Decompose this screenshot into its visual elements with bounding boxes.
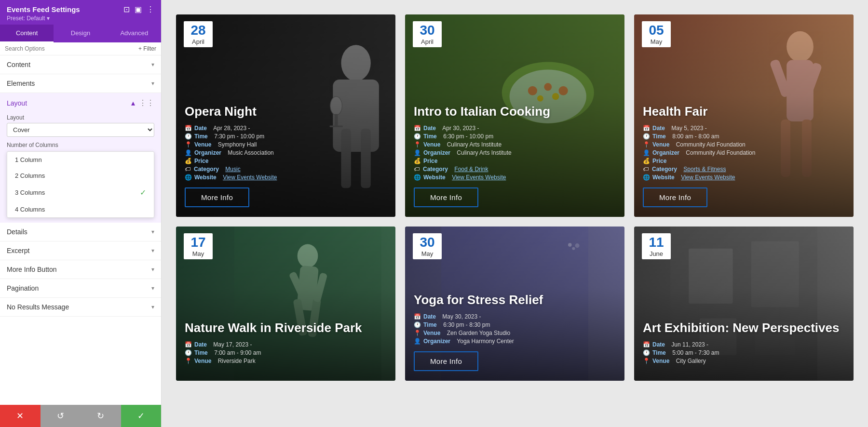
date-icon: 📅 [414,125,421,132]
search-row: + Filter [0,42,161,55]
sidebar-header: Events Feed Settings ⊡ ▣ ⋮ Preset: Defau… [0,0,161,25]
time-icon: 🕐 [643,349,650,356]
venue-icon: 📍 [414,141,421,148]
layout-section-header[interactable]: Layout ▴ ⋮⋮ [0,93,161,110]
opera-date-row: 📅Date Apr 28, 2023 - [185,125,387,132]
section-pagination-label: Pagination [7,284,39,292]
save-button[interactable]: ✓ [121,405,162,427]
health-date-badge: 05 May [642,21,671,47]
columns-dropdown: 1 Column 2 Columns 3 Columns ✓ 4 Columns [7,151,154,218]
event-card-opera-night: 28 April Opera Night 📅Date Apr 28, 2023 … [176,14,395,217]
yoga-title: Yoga for Stress Relief [414,293,616,307]
cooking-more-info-button[interactable]: More Info [414,187,478,207]
sidebar-section-layout: Layout ▴ ⋮⋮ Layout Cover List Grid Numbe… [0,93,161,223]
health-date-day: 05 [647,23,666,38]
tab-design[interactable]: Design [54,25,107,42]
date-icon: 📅 [185,341,192,348]
section-more-info-label: More Info Button [7,266,57,273]
no-results-chevron-icon: ▾ [151,304,154,310]
yoga-more-info-button[interactable]: More Info [414,351,478,371]
opera-price-row: 💰Price [185,158,387,164]
yoga-meta: 📅Date May 30, 2023 - 🕐Time 6:30 pm - 8:3… [414,313,616,345]
event-card-art-exhibition: 11 June Art Exhibition: New Perspectives… [634,227,854,381]
columns-option-1[interactable]: 1 Column [7,152,154,168]
redo-button[interactable]: ↻ [81,405,121,427]
excerpt-chevron-icon: ▾ [151,247,154,254]
date-icon: 📅 [414,313,421,320]
sidebar-section-more-info[interactable]: More Info Button ▾ [0,260,161,279]
date-icon: 📅 [643,125,650,132]
time-icon: 🕐 [185,133,192,140]
opera-more-info-button[interactable]: More Info [185,187,249,207]
sidebar-section-pagination[interactable]: Pagination ▾ [0,279,161,298]
columns-option-2[interactable]: 2 Columns [7,168,154,184]
yoga-date-row: 📅Date May 30, 2023 - [414,313,616,320]
layout-body: Layout Cover List Grid Number of Columns… [0,114,161,223]
sidebar-title: Events Feed Settings [7,5,80,13]
organizer-icon: 👤 [185,149,192,156]
venue-icon: 📍 [185,358,192,364]
layout-drag-icon[interactable]: ⋮⋮ [139,98,154,107]
opera-title: Opera Night [185,104,387,119]
health-price-row: 💰Price [643,158,845,164]
health-category-row: 🏷Category Sports & Fitness [643,166,845,173]
date-icon: 📅 [185,125,192,132]
filter-button[interactable]: + Filter [138,45,156,52]
yoga-date-day: 30 [418,235,437,250]
layout-select[interactable]: Cover List Grid [7,123,154,137]
website-icon: 🌐 [643,174,650,181]
expand-icon[interactable]: ⊡ [123,5,130,14]
art-date-day: 11 [647,235,666,250]
health-title: Health Fair [643,104,845,119]
yoga-organizer-row: 👤Organizer Yoga Harmony Center [414,338,616,345]
time-icon: 🕐 [414,133,421,140]
opera-website-row: 🌐Website View Events Website [185,174,387,181]
cancel-button[interactable]: ✕ [0,405,41,427]
sidebar-bottom-bar: ✕ ↺ ↻ ✓ [0,405,161,427]
category-icon: 🏷 [414,166,420,173]
category-icon: 🏷 [643,166,650,173]
sidebar-section-content[interactable]: Content ▾ [0,55,161,74]
art-time-row: 🕐Time 5:00 am - 7:30 am [643,349,845,356]
pagination-chevron-icon: ▾ [151,285,154,292]
more-options-icon[interactable]: ⋮ [147,5,154,14]
health-more-info-button[interactable]: More Info [643,187,707,207]
nature-date-badge: 17 May [184,233,213,259]
search-input[interactable] [5,45,136,52]
event-card-nature-walk: 17 May Nature Walk in Riverside Park 📅Da… [176,227,395,381]
nature-time-row: 🕐Time 7:00 am - 9:00 am [185,349,387,356]
sidebar-preset[interactable]: Preset: Default ▾ [7,15,154,22]
columns-option-4[interactable]: 4 Columns [7,201,154,217]
cooking-date-row: 📅Date Apr 30, 2023 - [414,125,616,132]
art-title: Art Exhibition: New Perspectives [643,320,845,335]
price-icon: 💰 [414,158,421,164]
cooking-content: Intro to Italian Cooking 📅Date Apr 30, 2… [405,96,624,217]
columns-1-label: 1 Column [15,156,42,163]
undo-button[interactable]: ↺ [41,405,81,427]
venue-icon: 📍 [185,141,192,148]
cooking-title: Intro to Italian Cooking [414,104,616,119]
tab-content[interactable]: Content [0,25,54,42]
website-icon: 🌐 [414,174,421,181]
columns-label: Number of Columns [7,142,154,148]
sidebar-section-elements[interactable]: Elements ▾ [0,74,161,93]
events-grid: 28 April Opera Night 📅Date Apr 28, 2023 … [176,14,854,381]
layout-up-icon: ▴ [131,98,135,107]
art-venue-row: 📍Venue City Gallery [643,358,845,364]
section-details-label: Details [7,228,27,236]
sidebar-section-details[interactable]: Details ▾ [0,223,161,241]
nature-title: Nature Walk in Riverside Park [185,320,387,335]
price-icon: 💰 [185,158,192,164]
venue-icon: 📍 [643,358,650,364]
columns-option-3[interactable]: 3 Columns ✓ [7,184,154,201]
sidebar-section-excerpt[interactable]: Excerpt ▾ [0,241,161,260]
health-date-row: 📅Date May 5, 2023 - [643,125,845,132]
sidebar-section-no-results[interactable]: No Results Message ▾ [0,298,161,317]
sidebar-header-icons: ⊡ ▣ ⋮ [123,5,154,14]
tab-advanced[interactable]: Advanced [108,25,161,42]
date-icon: 📅 [643,341,650,348]
opera-category-row: 🏷Category Music [185,166,387,173]
organizer-icon: 👤 [643,149,650,156]
panel-icon[interactable]: ▣ [135,5,142,14]
health-organizer-row: 👤Organizer Community Aid Foundation [643,149,845,156]
